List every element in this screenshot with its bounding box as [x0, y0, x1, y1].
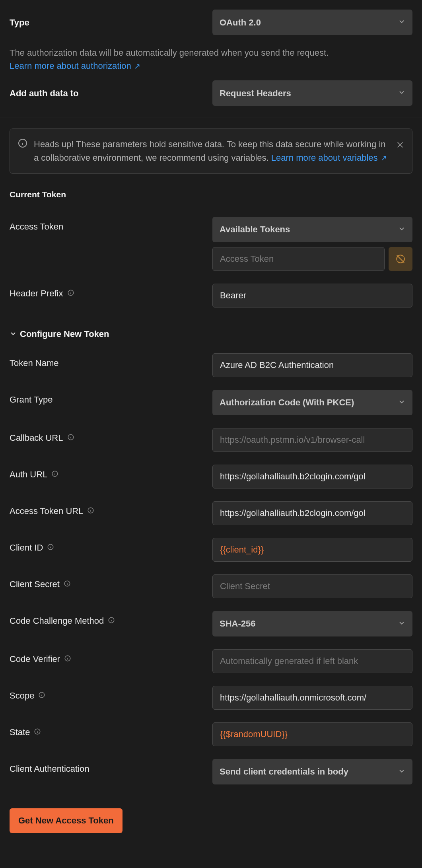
- code-verifier-label: Code Verifier: [10, 652, 60, 666]
- info-icon[interactable]: [34, 726, 41, 739]
- code-challenge-method-label: Code Challenge Method: [10, 614, 104, 627]
- client-id-input[interactable]: [212, 538, 412, 562]
- client-authentication-label: Client Authentication: [10, 762, 89, 775]
- grant-type-select[interactable]: Authorization Code (With PKCE): [212, 390, 412, 415]
- client-secret-label: Client Secret: [10, 578, 60, 591]
- add-auth-data-select[interactable]: Request Headers: [212, 80, 412, 106]
- info-icon[interactable]: [51, 468, 58, 481]
- refresh-token-button[interactable]: [389, 247, 412, 271]
- code-challenge-method-value: SHA-256: [220, 617, 255, 630]
- configure-new-token-toggle[interactable]: Configure New Token: [10, 327, 412, 341]
- client-authentication-value: Send client credentials in body: [220, 765, 348, 778]
- info-icon[interactable]: [64, 652, 71, 666]
- state-label: State: [10, 726, 30, 739]
- info-icon[interactable]: [67, 287, 74, 300]
- get-new-access-token-button[interactable]: Get New Access Token: [10, 808, 123, 833]
- access-token-url-input[interactable]: [212, 501, 412, 525]
- chevron-down-icon: [398, 87, 405, 100]
- alert-close-button[interactable]: [396, 139, 404, 152]
- code-challenge-method-select[interactable]: SHA-256: [212, 611, 412, 636]
- state-input[interactable]: [212, 722, 412, 746]
- header-prefix-label: Header Prefix: [10, 287, 63, 300]
- external-link-icon: ↗: [132, 62, 140, 70]
- chevron-down-icon: [398, 617, 405, 630]
- chevron-down-icon: [398, 765, 405, 778]
- type-label: Type: [10, 18, 29, 27]
- auth-type-value: OAuth 2.0: [220, 16, 261, 29]
- learn-more-variables-link[interactable]: Learn more about variables ↗: [271, 153, 387, 163]
- info-icon[interactable]: [67, 431, 74, 444]
- scope-label: Scope: [10, 689, 34, 702]
- add-auth-data-value: Request Headers: [220, 87, 291, 100]
- access-token-label: Access Token: [10, 220, 63, 233]
- token-name-input[interactable]: [212, 353, 412, 377]
- auth-desc-text: The authorization data will be automatic…: [10, 48, 329, 58]
- info-icon[interactable]: [47, 541, 54, 554]
- available-tokens-value: Available Tokens: [220, 223, 290, 236]
- token-name-label: Token Name: [10, 356, 59, 370]
- current-token-section-label: Current Token: [10, 188, 412, 201]
- chevron-down-icon: [398, 396, 405, 409]
- grant-type-label: Grant Type: [10, 393, 53, 406]
- info-icon[interactable]: [38, 689, 45, 702]
- svg-line-5: [397, 255, 404, 262]
- available-tokens-select[interactable]: Available Tokens: [212, 217, 412, 242]
- info-icon[interactable]: [64, 578, 71, 591]
- alert-info-icon: [18, 138, 27, 152]
- code-verifier-input[interactable]: [212, 649, 412, 673]
- grant-type-value: Authorization Code (With PKCE): [220, 396, 354, 409]
- access-token-input[interactable]: [212, 247, 385, 271]
- client-authentication-select[interactable]: Send client credentials in body: [212, 759, 412, 784]
- add-auth-label: Add auth data to: [10, 88, 79, 98]
- header-prefix-input[interactable]: [212, 284, 412, 307]
- access-token-url-label: Access Token URL: [10, 504, 83, 518]
- scope-input[interactable]: [212, 686, 412, 710]
- learn-more-auth-text: Learn more about authorization: [10, 61, 131, 71]
- auth-type-select[interactable]: OAuth 2.0: [212, 10, 412, 35]
- auth-url-label: Auth URL: [10, 468, 47, 481]
- configure-new-token-label: Configure New Token: [20, 327, 109, 341]
- learn-more-variables-text: Learn more about variables: [271, 153, 378, 163]
- section-divider: [0, 117, 422, 117]
- info-icon[interactable]: [87, 504, 94, 518]
- chevron-down-icon: [398, 223, 405, 236]
- learn-more-authorization-link[interactable]: Learn more about authorization ↗: [10, 61, 140, 71]
- client-secret-input[interactable]: [212, 574, 412, 598]
- callback-url-input[interactable]: [212, 428, 412, 452]
- chevron-down-icon: [10, 330, 17, 337]
- auth-url-input[interactable]: [212, 465, 412, 488]
- sensitive-data-alert: Heads up! These parameters hold sensitiv…: [10, 128, 412, 174]
- client-id-label: Client ID: [10, 541, 43, 554]
- info-icon[interactable]: [108, 614, 115, 627]
- callback-url-label: Callback URL: [10, 431, 63, 444]
- chevron-down-icon: [398, 16, 405, 29]
- external-link-icon: ↗: [379, 154, 387, 162]
